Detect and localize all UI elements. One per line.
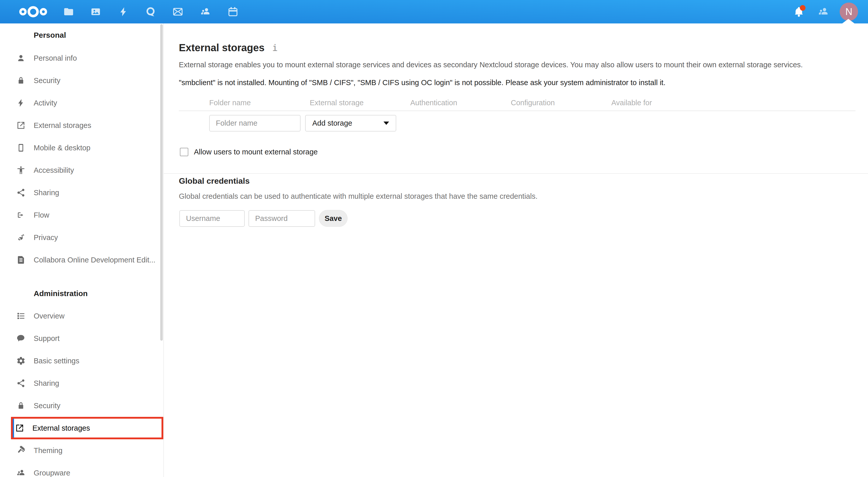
share-icon [16, 379, 26, 388]
sidebar-item-support[interactable]: Support [0, 327, 163, 350]
sidebar-item-activity[interactable]: Activity [0, 92, 163, 114]
sidebar-item-label: Support [34, 334, 60, 343]
overview-list-icon [16, 311, 26, 320]
column-configuration: Configuration [511, 99, 611, 107]
sidebar-item-label: External storages [32, 424, 90, 433]
smbclient-warning: "smbclient" is not installed. Mounting o… [179, 78, 868, 87]
notifications-bell-icon[interactable] [793, 6, 804, 17]
column-available-for: Available for [611, 99, 712, 107]
section-title-administration: Administration [0, 271, 163, 305]
activity-icon[interactable] [118, 6, 129, 17]
top-header-bar: N [0, 0, 868, 24]
photos-icon[interactable] [90, 6, 101, 17]
external-storage-icon [16, 121, 26, 130]
sidebar-item-external-storages-admin[interactable]: External storages [11, 417, 163, 439]
allow-mount-row: Allow users to mount external storage [179, 148, 868, 156]
lock-icon [16, 401, 26, 410]
key-icon [16, 233, 26, 242]
sidebar-item-basic-settings[interactable]: Basic settings [0, 350, 163, 372]
sidebar-item-label: Security [34, 76, 60, 85]
sidebar-item-label: Accessibility [34, 166, 74, 175]
avatar-menu-caret [842, 19, 855, 24]
lock-icon [16, 76, 26, 85]
sidebar-scrollbar[interactable] [160, 24, 163, 341]
username-field[interactable] [179, 210, 245, 227]
allow-mount-label: Allow users to mount external storage [194, 148, 318, 156]
column-external-storage: External storage [310, 99, 410, 107]
table-header-divider [179, 111, 856, 111]
files-icon[interactable] [63, 6, 74, 17]
sidebar-item-sharing-personal[interactable]: Sharing [0, 181, 163, 204]
avatar[interactable]: N [840, 3, 858, 21]
sidebar-item-label: Mobile & desktop [34, 144, 90, 152]
folder-name-input[interactable] [209, 115, 301, 132]
sidebar-item-label: Security [34, 402, 60, 410]
sidebar-item-external-storages-personal[interactable]: External storages [0, 114, 163, 137]
settings-sidebar: Personal Personal info Security Activity… [0, 24, 164, 477]
sidebar-item-label: Collabora Online Development Edit... [34, 256, 155, 264]
contacts-icon[interactable] [200, 6, 211, 17]
bolt-icon [16, 98, 26, 107]
sidebar-item-groupware[interactable]: Groupware [0, 462, 163, 477]
add-storage-dropdown[interactable]: Add storage [305, 115, 396, 132]
sidebar-item-sharing-admin[interactable]: Sharing [0, 372, 163, 395]
column-folder-name: Folder name [209, 99, 310, 107]
sidebar-item-collabora[interactable]: Collabora Online Development Edit... [0, 249, 163, 271]
sidebar-item-label: Sharing [34, 189, 59, 197]
sidebar-item-label: Overview [34, 312, 65, 320]
sidebar-item-label: Groupware [34, 469, 70, 477]
sidebar-item-label: Activity [34, 99, 57, 107]
section-title-personal: Personal [0, 24, 163, 47]
sidebar-item-accessibility[interactable]: Accessibility [0, 159, 163, 181]
phone-icon [16, 143, 26, 152]
paint-roller-icon [16, 446, 26, 455]
save-button[interactable]: Save [319, 210, 347, 227]
sidebar-item-label: External storages [34, 121, 91, 130]
global-credentials-title: Global credentials [179, 176, 250, 186]
info-icon[interactable]: i [272, 42, 278, 53]
sidebar-item-label: Basic settings [34, 357, 79, 365]
talk-icon[interactable] [145, 6, 156, 17]
gear-icon [16, 356, 26, 365]
nextcloud-logo[interactable] [17, 5, 49, 18]
user-icon [16, 54, 26, 63]
notification-dot [800, 5, 805, 11]
page-title: External storages [179, 42, 265, 54]
storage-table-header: Folder name External storage Authenticat… [209, 99, 868, 107]
sidebar-item-label: Theming [34, 446, 63, 455]
sidebar-item-label: Privacy [34, 233, 58, 242]
sidebar-item-flow[interactable]: Flow [0, 204, 163, 226]
people-icon [16, 468, 26, 477]
external-storage-icon [15, 423, 24, 433]
global-credentials-form: Save [179, 210, 868, 227]
column-authentication: Authentication [410, 99, 511, 107]
sidebar-item-theming[interactable]: Theming [0, 439, 163, 462]
password-field[interactable] [249, 210, 315, 227]
share-icon [16, 188, 26, 197]
external-storage-description: External storage enables you to mount ex… [179, 60, 868, 69]
sidebar-item-label: Flow [34, 211, 49, 219]
contacts-menu-icon[interactable] [818, 6, 829, 17]
allow-mount-checkbox[interactable] [180, 148, 188, 156]
section-divider [164, 173, 868, 174]
main-content: External storages i External storage ena… [164, 24, 868, 477]
sidebar-item-security-admin[interactable]: Security [0, 395, 163, 417]
mail-icon[interactable] [173, 6, 183, 17]
caret-down-icon [383, 122, 389, 125]
global-credentials-description: Global credentials can be used to authen… [179, 192, 868, 201]
accessibility-icon [16, 166, 26, 175]
sidebar-item-security-personal[interactable]: Security [0, 69, 163, 92]
sidebar-item-label: Personal info [34, 54, 77, 62]
sidebar-item-mobile-desktop[interactable]: Mobile & desktop [0, 137, 163, 159]
chat-bubble-icon [16, 334, 26, 343]
calendar-icon[interactable] [227, 6, 238, 17]
flow-icon [16, 210, 26, 219]
add-storage-label: Add storage [312, 119, 352, 127]
sidebar-item-personal-info[interactable]: Personal info [0, 47, 163, 69]
sidebar-item-privacy[interactable]: Privacy [0, 226, 163, 249]
document-icon [16, 255, 26, 265]
sidebar-item-overview[interactable]: Overview [0, 305, 163, 327]
new-storage-row: Add storage [179, 115, 868, 132]
sidebar-item-label: Sharing [34, 379, 59, 387]
